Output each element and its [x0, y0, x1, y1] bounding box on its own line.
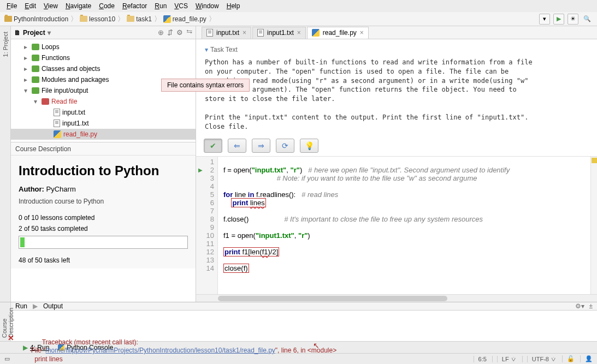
progress-bar — [19, 236, 188, 249]
tasks-progress-text: 2 of 50 tasks completed — [19, 225, 188, 232]
settings-button[interactable]: ☀ — [568, 14, 578, 25]
python-icon — [312, 29, 320, 37]
horizontal-scrollbar[interactable] — [196, 294, 597, 302]
python-icon — [54, 130, 61, 138]
code-content[interactable]: f = open("input.txt", "r") # here we ope… — [218, 157, 590, 294]
python-icon — [163, 15, 171, 23]
hide-icon[interactable]: ± — [589, 302, 593, 310]
tab-input1[interactable]: input1.txt× — [252, 27, 306, 39]
error-icon: ✕ — [8, 333, 14, 343]
folder-icon — [80, 16, 87, 22]
menu-view[interactable]: View — [40, 1, 61, 11]
warning-mark[interactable] — [592, 158, 597, 163]
run-output[interactable]: ✕Traceback (most recent call last): File… — [11, 311, 597, 364]
task-text-panel: ▾Task Text Python has a number of built-… — [196, 39, 597, 135]
traceback-line: Traceback (most recent call last): — [42, 338, 138, 346]
check-button[interactable]: ✔ — [204, 139, 222, 153]
breadcrumb-project[interactable]: PythonIntroduction — [4, 15, 68, 23]
project-tool-tab[interactable]: 1: Project — [1, 28, 10, 60]
prev-button[interactable]: ⇐ — [228, 139, 246, 153]
traceback-file-link[interactable]: /home/filippov/PycharmProjects/PythonInt… — [46, 347, 275, 354]
tree-readfile[interactable]: ▾Read file — [11, 96, 196, 107]
task-text-body: Python has a number of built-in function… — [205, 58, 588, 131]
error-stripe[interactable] — [590, 157, 597, 294]
text-file-icon — [257, 29, 264, 37]
run-tab[interactable]: Run — [15, 302, 27, 310]
tab-readfile[interactable]: read_file.py× — [307, 27, 369, 39]
line-gutter: ▶ 1234567891011121314 — [196, 157, 218, 294]
breadcrumb-bar: PythonIntroduction 〉 lesson10 〉 task1 〉 … — [0, 12, 597, 26]
menu-run[interactable]: Run — [151, 1, 170, 11]
hide-icon[interactable]: ⮀ — [186, 28, 192, 37]
close-icon[interactable]: × — [297, 29, 301, 37]
mouse-cursor: ↖ — [313, 341, 320, 350]
tree-loops[interactable]: ▸Loops — [11, 41, 196, 52]
menu-help[interactable]: Help — [223, 1, 244, 11]
lessons-progress-text: 0 of 10 lessons completed — [19, 214, 188, 222]
project-sidebar: 🗎Project▾ ⊕ ⇵ ⚙ ⮀ ▸Loops ▸Functions ▸Cla… — [11, 26, 196, 302]
tasks-left-text: 48 of 50 tasks left — [19, 256, 188, 264]
close-icon[interactable]: × — [360, 29, 364, 37]
refresh-button[interactable]: ⟳ — [276, 139, 294, 153]
tree-readpy[interactable]: read_file.py — [11, 129, 196, 140]
menubar: File Edit View Navigate Code Refactor Ru… — [0, 0, 597, 12]
text-file-icon — [206, 29, 213, 37]
scrollbar-thumb[interactable] — [218, 296, 447, 301]
menu-edit[interactable]: Edit — [21, 1, 39, 11]
run-panel: Course Description Run ▶ Output ⚙▾ ± ✕Tr… — [0, 302, 597, 341]
project-icon: 🗎 — [14, 29, 21, 37]
code-editor[interactable]: ▶ 1234567891011121314 f = open("input.tx… — [196, 156, 597, 294]
tree-input1[interactable]: input1.txt — [11, 118, 196, 129]
breadcrumb-file[interactable]: read_file.py — [163, 15, 206, 23]
gear-icon[interactable]: ⚙ — [176, 28, 183, 37]
course-title: Introduction to Python — [19, 163, 188, 178]
task-action-buttons: ✔ ⇐ ⇒ ⟳ 💡 — [196, 135, 597, 156]
project-header-label: Project — [23, 29, 45, 37]
dropdown-button[interactable]: ▾ — [539, 14, 550, 25]
syntax-error-tooltip: File contains syntax errors — [161, 79, 250, 92]
menu-window[interactable]: Window — [192, 1, 222, 11]
left-tool-gutter: 1: Project — [0, 26, 11, 302]
next-button[interactable]: ⇒ — [252, 139, 270, 153]
folder-icon — [4, 16, 12, 22]
task-text-header[interactable]: ▾Task Text — [205, 46, 588, 53]
course-author: Author: PyCharm — [19, 185, 188, 193]
status-icon[interactable]: ▭ — [4, 355, 10, 362]
course-description-panel: Course Description Introduction to Pytho… — [11, 142, 196, 268]
project-header: 🗎Project▾ ⊕ ⇵ ⚙ ⮀ — [11, 26, 196, 39]
tree-functions[interactable]: ▸Functions — [11, 52, 196, 63]
menu-vcs[interactable]: VCS — [171, 1, 191, 11]
tree-classes[interactable]: ▸Classes and objects — [11, 63, 196, 74]
run-header: Run ▶ Output ⚙▾ ± — [11, 302, 597, 311]
close-icon[interactable]: × — [243, 29, 246, 37]
text-file-icon — [54, 120, 60, 127]
menu-navigate[interactable]: Navigate — [62, 1, 94, 11]
lesson-icon — [32, 87, 39, 94]
course-desc-header: Course Description — [11, 142, 196, 156]
menu-file[interactable]: File — [3, 1, 20, 11]
hint-button[interactable]: 💡 — [300, 139, 318, 153]
menu-code[interactable]: Code — [96, 1, 118, 11]
editor-tabs: input.txt× input1.txt× read_file.py× — [196, 26, 597, 39]
breadcrumb-lesson[interactable]: lesson10 — [80, 15, 115, 23]
task-icon — [42, 98, 49, 105]
lesson-icon — [32, 76, 39, 83]
menu-refactor[interactable]: Refactor — [119, 1, 150, 11]
lesson-icon — [32, 55, 39, 61]
progress-fill — [20, 237, 25, 247]
folder-icon — [127, 16, 134, 22]
tab-input[interactable]: input.txt× — [202, 27, 251, 39]
output-tab[interactable]: Output — [43, 302, 63, 310]
run-button[interactable]: ▶ — [553, 14, 564, 25]
locate-icon[interactable]: ⊕ — [158, 28, 164, 37]
editor-area: input.txt× input1.txt× read_file.py× ▾Ta… — [196, 26, 597, 302]
tree-input[interactable]: input.txt — [11, 107, 196, 118]
course-subtitle: Introduction course to Python — [19, 198, 188, 205]
gear-icon[interactable]: ⚙▾ — [575, 302, 584, 310]
search-button[interactable]: 🔍 — [582, 14, 593, 25]
lesson-icon — [32, 44, 39, 50]
run-gutter-icon[interactable]: ▶ — [198, 166, 203, 174]
lesson-icon — [32, 65, 39, 72]
collapse-icon[interactable]: ⇵ — [167, 28, 173, 37]
breadcrumb-task[interactable]: task1 — [127, 15, 152, 23]
